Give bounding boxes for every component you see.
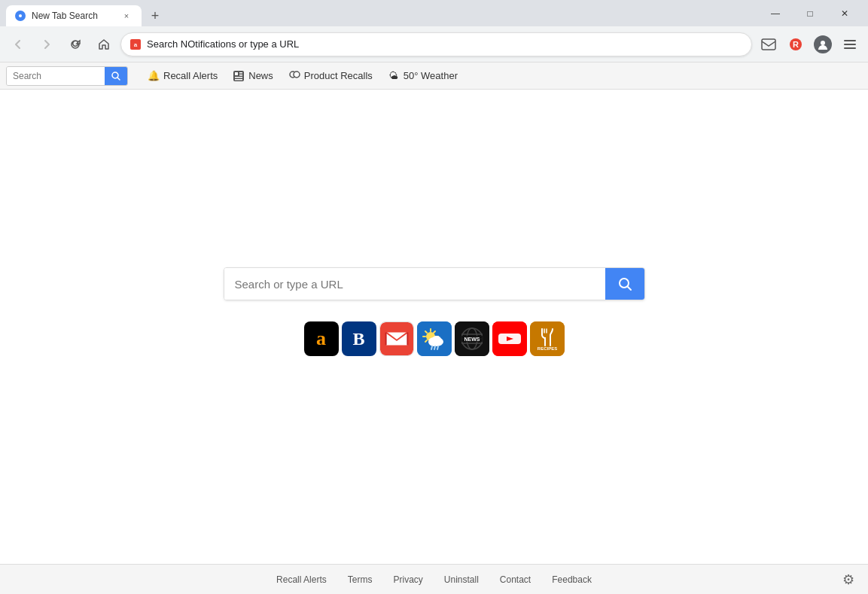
svg-text:R: R xyxy=(793,40,799,49)
sidebar-item-weather[interactable]: 🌤 50° Weather xyxy=(380,62,465,90)
svg-text:RECIPES: RECIPES xyxy=(537,346,556,351)
svg-point-15 xyxy=(294,72,300,78)
svg-rect-9 xyxy=(235,72,238,75)
product-recalls-label: Product Recalls xyxy=(304,70,373,81)
svg-point-6 xyxy=(821,41,825,45)
svg-rect-12 xyxy=(235,77,242,78)
main-content: a B xyxy=(0,90,868,564)
tab-bar: New Tab Search × + xyxy=(6,0,166,26)
svg-rect-13 xyxy=(235,79,242,81)
svg-point-16 xyxy=(620,279,629,288)
new-tab-button[interactable]: + xyxy=(145,5,166,26)
close-button[interactable]: ✕ xyxy=(827,0,862,26)
url-favicon: a xyxy=(130,39,141,50)
forward-button[interactable] xyxy=(35,32,59,56)
sidebar-item-product-recalls[interactable]: Product Recalls xyxy=(281,62,380,90)
youtube-icon[interactable] xyxy=(492,321,527,356)
footer-contact[interactable]: Contact xyxy=(500,574,531,585)
maximize-button[interactable]: □ xyxy=(793,0,827,26)
ext-search-bar[interactable] xyxy=(6,66,128,86)
svg-point-22 xyxy=(432,336,441,343)
search-section: a B xyxy=(224,267,645,356)
back-button[interactable] xyxy=(6,32,30,56)
app-icons-row: a B xyxy=(304,321,565,356)
weather-icon: 🌤 xyxy=(388,70,400,82)
svg-rect-31 xyxy=(530,321,565,356)
extension-icon[interactable]: R xyxy=(784,32,808,56)
recipes-icon[interactable]: RECIPES xyxy=(530,321,565,356)
title-bar: New Tab Search × + — □ ✕ xyxy=(0,0,868,26)
ext-search-input[interactable] xyxy=(7,67,105,85)
recall-alerts-icon: 🔔 xyxy=(148,70,160,82)
svg-rect-3 xyxy=(762,39,775,50)
footer-terms[interactable]: Terms xyxy=(348,574,373,585)
settings-gear-icon[interactable]: ⚙ xyxy=(838,569,859,590)
tab-favicon xyxy=(15,11,26,21)
gmail-icon[interactable] xyxy=(379,321,414,356)
mail-icon[interactable] xyxy=(757,32,781,56)
center-search-input[interactable] xyxy=(224,268,605,300)
url-text: Search NOtifications or type a URL xyxy=(147,38,742,50)
news-label: News xyxy=(248,70,273,81)
sidebar-item-news[interactable]: News xyxy=(225,62,281,90)
toolbar-icons: R xyxy=(757,32,862,56)
recall-alerts-label: Recall Alerts xyxy=(163,70,218,81)
profile-avatar xyxy=(814,35,832,53)
svg-rect-11 xyxy=(239,75,242,76)
reload-button[interactable] xyxy=(63,32,87,56)
extension-toolbar: 🔔 Recall Alerts News Product Recalls 🌤 5… xyxy=(0,62,868,90)
tab-close-button[interactable]: × xyxy=(120,10,132,22)
minimize-button[interactable]: — xyxy=(758,0,793,26)
tab-title: New Tab Search xyxy=(32,11,98,21)
footer-uninstall[interactable]: Uninstall xyxy=(444,574,479,585)
profile-icon[interactable] xyxy=(811,32,835,56)
weather-app-icon[interactable] xyxy=(417,321,452,356)
news-icon xyxy=(233,70,245,82)
center-search-button[interactable] xyxy=(605,268,644,300)
footer-privacy[interactable]: Privacy xyxy=(393,574,422,585)
svg-text:a: a xyxy=(134,41,138,48)
ext-search-button[interactable] xyxy=(105,67,127,85)
svg-rect-10 xyxy=(239,72,242,74)
weather-label: 50° Weather xyxy=(404,70,458,81)
url-bar[interactable]: a Search NOtifications or type a URL xyxy=(120,32,752,56)
window-controls: — □ ✕ xyxy=(758,0,862,26)
amazon-icon[interactable]: a xyxy=(304,321,339,356)
address-bar: a Search NOtifications or type a URL R xyxy=(0,26,868,62)
news-app-icon[interactable]: NEWS xyxy=(455,321,489,356)
svg-text:NEWS: NEWS xyxy=(464,337,480,342)
menu-icon[interactable] xyxy=(838,32,862,56)
sidebar-item-recall-alerts[interactable]: 🔔 Recall Alerts xyxy=(140,62,225,90)
center-search-bar[interactable] xyxy=(224,267,645,300)
footer-feedback[interactable]: Feedback xyxy=(552,574,592,585)
active-tab[interactable]: New Tab Search × xyxy=(6,5,142,26)
product-recalls-icon xyxy=(288,70,300,82)
booking-icon[interactable]: B xyxy=(342,321,376,356)
home-button[interactable] xyxy=(92,32,116,56)
footer: Recall Alerts Terms Privacy Uninstall Co… xyxy=(0,564,868,594)
footer-recall-alerts[interactable]: Recall Alerts xyxy=(276,574,327,585)
